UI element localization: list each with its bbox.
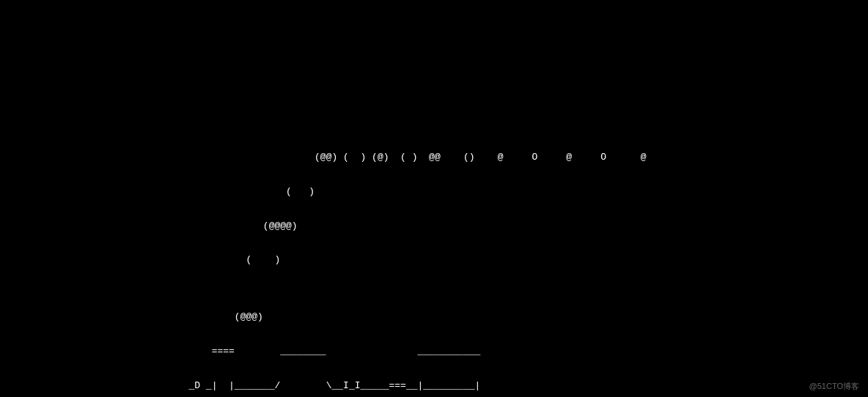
- ascii-art-line-7: (@@@@): [0, 220, 868, 232]
- ascii-art-line-6: ( ): [0, 186, 868, 198]
- ascii-art-line-10: (@@@): [0, 311, 868, 323]
- ascii-art-line-11: ==== ________ ___________: [0, 346, 868, 357]
- ascii-art-line-12: _D _| |_______/ \__I_I_____===__|_______…: [0, 380, 868, 392]
- ascii-art-line-8: ( ): [0, 254, 868, 266]
- terminal-output: (@@) ( ) (@) ( ) @@ () @ O @ O @ ( ) (@@…: [0, 0, 868, 397]
- watermark-text: @51CTO博客: [809, 382, 859, 391]
- ascii-art-line-5: (@@) ( ) (@) ( ) @@ () @ O @ O @: [0, 152, 868, 163]
